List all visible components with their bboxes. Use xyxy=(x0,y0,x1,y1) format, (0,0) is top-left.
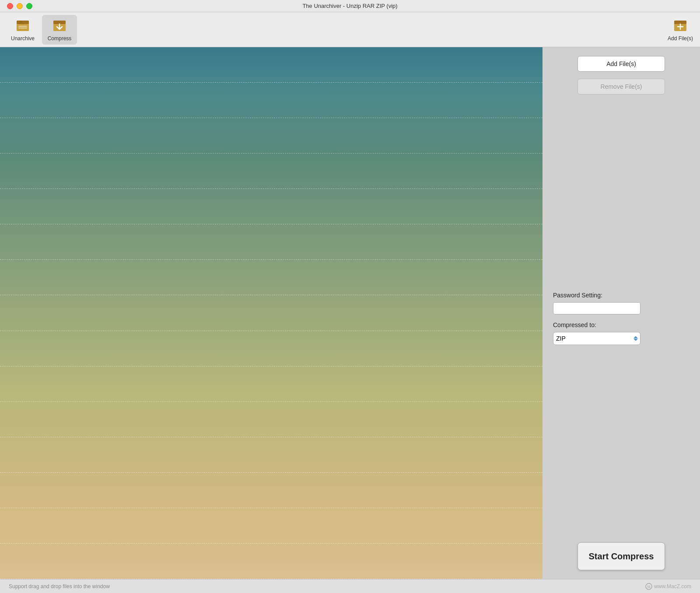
right-panel: Add File(s) Remove File(s) Password Sett… xyxy=(542,47,700,579)
main-area: Add File(s) Remove File(s) Password Sett… xyxy=(0,47,700,579)
start-compress-button[interactable]: Start Compress xyxy=(578,542,665,570)
minimize-button[interactable] xyxy=(17,3,23,9)
compress-icon xyxy=(52,18,67,34)
add-files-button[interactable]: Add File(s) xyxy=(578,56,665,72)
file-row xyxy=(0,47,542,83)
file-row xyxy=(0,331,542,366)
file-row xyxy=(0,508,542,544)
file-row xyxy=(0,153,542,189)
file-row xyxy=(0,437,542,473)
remove-files-button[interactable]: Remove File(s) xyxy=(578,79,665,94)
close-button[interactable] xyxy=(7,3,13,9)
svg-rect-6 xyxy=(18,28,27,28)
format-select[interactable]: ZIP RAR 7Z TAR GZ xyxy=(553,332,640,345)
titlebar: The Unarchiver - Unzip RAR ZIP (vip) xyxy=(0,0,700,12)
file-row xyxy=(0,83,542,118)
password-label: Password Setting: xyxy=(553,292,690,299)
file-row xyxy=(0,189,542,224)
file-row xyxy=(0,402,542,437)
toolbar-left: Unarchive Compress xyxy=(5,15,77,45)
file-row xyxy=(0,260,542,295)
traffic-lights xyxy=(7,3,32,9)
file-list-rows xyxy=(0,47,542,579)
file-row xyxy=(0,224,542,260)
unarchive-icon xyxy=(15,18,31,34)
file-row xyxy=(0,366,542,402)
svg-rect-1 xyxy=(17,21,29,24)
compress-to-section: Compressed to: ZIP RAR 7Z TAR GZ xyxy=(553,321,690,345)
unarchive-label: Unarchive xyxy=(11,35,35,42)
svg-text:M: M xyxy=(648,585,651,589)
drag-drop-hint: Support drag and drop files into the win… xyxy=(9,583,110,590)
compress-tab[interactable]: Compress xyxy=(42,15,77,45)
watermark-text: www.MacZ.com xyxy=(654,583,691,590)
status-bar: Support drag and drop files into the win… xyxy=(0,579,700,593)
compress-label: Compress xyxy=(48,35,72,42)
svg-rect-5 xyxy=(18,26,27,27)
unarchive-tab[interactable]: Unarchive xyxy=(5,15,40,45)
toolbar-add-files[interactable]: Add File(s) xyxy=(668,18,693,42)
watermark-icon: M xyxy=(645,583,652,590)
toolbar-add-files-label: Add File(s) xyxy=(668,35,693,42)
file-list-panel[interactable] xyxy=(0,47,542,579)
watermark: M www.MacZ.com xyxy=(645,583,691,590)
password-section: Password Setting: xyxy=(553,292,690,314)
format-select-wrapper: ZIP RAR 7Z TAR GZ xyxy=(553,332,640,345)
toolbar: Unarchive Compress Add File(s) xyxy=(0,12,700,47)
file-row xyxy=(0,473,542,508)
file-row xyxy=(0,118,542,153)
password-input[interactable] xyxy=(553,302,640,314)
window-title: The Unarchiver - Unzip RAR ZIP (vip) xyxy=(302,3,397,9)
file-row xyxy=(0,295,542,331)
compressed-to-label: Compressed to: xyxy=(553,321,690,328)
file-row xyxy=(0,544,542,579)
add-files-toolbar-icon xyxy=(672,18,688,34)
maximize-button[interactable] xyxy=(26,3,32,9)
